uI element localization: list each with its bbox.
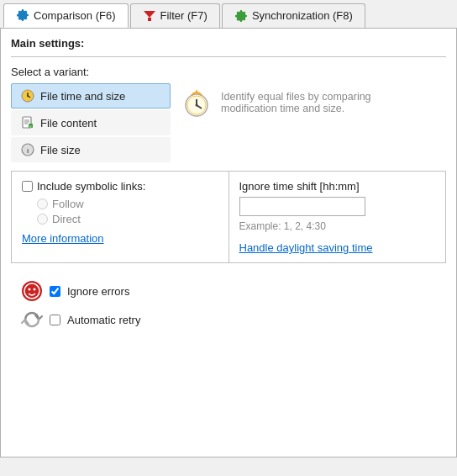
direct-label[interactable]: Direct [52,213,81,225]
variant-description: Identify equal files by comparing modifi… [181,83,382,122]
svg-point-5 [27,95,29,97]
time-shift-input[interactable] [239,197,365,216]
tab-filter[interactable]: Filter (F7) [130,3,220,28]
tabs-bar: Comparison (F6) Filter (F7) Synchronizat… [0,0,457,29]
gear-green-icon [234,9,248,23]
variant-file-content[interactable]: ≡ File content [11,110,171,135]
automatic-retry-checkbox[interactable] [50,315,60,325]
tab-synchronization[interactable]: Synchronization (F8) [222,3,365,28]
svg-point-23 [34,288,36,291]
svg-marker-0 [144,11,155,18]
tab-synchronization-label: Synchronization (F8) [252,9,353,22]
main-settings-title: Main settings: [11,37,446,50]
options-panel: Include symbolic links: Follow Direct Mo… [11,171,446,263]
description-clock-icon [181,87,213,119]
ignore-errors-icon [21,280,43,302]
automatic-retry-label[interactable]: Automatic retry [67,314,140,326]
direct-radio-row: Direct [37,213,218,225]
svg-text:i: i [27,147,29,155]
variant-list: File time and size ≡ File content [11,83,171,162]
svg-point-18 [196,104,198,107]
ignore-errors-label[interactable]: Ignore errors [67,285,129,298]
direct-radio[interactable] [37,214,48,225]
description-text: Identify equal files by comparing modifi… [221,91,382,114]
main-content: Main settings: Select a variant: File ti… [0,29,457,457]
automatic-retry-icon [21,309,43,331]
handle-daylight-link[interactable]: Handle daylight saving time [239,241,373,254]
filter-red-icon [143,9,156,23]
symbolic-links-checkbox[interactable] [22,181,33,192]
radio-group: Follow Direct [37,198,218,225]
select-variant-label: Select a variant: [11,66,446,78]
more-information-link[interactable]: More information [22,232,104,245]
svg-point-22 [29,288,31,291]
follow-label[interactable]: Follow [52,198,84,210]
variant-file-time-size[interactable]: File time and size [11,83,171,108]
follow-radio[interactable] [37,198,48,209]
tab-filter-label: Filter (F7) [160,9,207,22]
svg-text:≡: ≡ [29,124,32,129]
ignore-errors-row: Ignore errors [21,280,436,302]
divider-1 [11,56,446,57]
svg-rect-1 [148,18,151,21]
symbolic-links-label[interactable]: Include symbolic links: [37,180,145,193]
variant-panel: File time and size ≡ File content [11,83,446,162]
variant-file-time-size-label: File time and size [40,90,125,103]
clock-icon [20,88,35,103]
variant-file-size-label: File size [40,144,81,156]
bottom-section: Ignore errors Automatic retry [11,273,446,337]
tab-comparison-label: Comparison (F6) [34,9,116,22]
variant-file-content-label: File content [40,117,97,130]
file-size-icon: i [20,142,35,157]
options-right: Ignore time shift [hh:mm] Example: 1, 2,… [229,172,446,262]
ignore-time-shift-label: Ignore time shift [hh:mm] [239,180,436,193]
example-text: Example: 1, 2, 4:30 [239,220,436,232]
variant-file-size[interactable]: i File size [11,137,171,162]
automatic-retry-row: Automatic retry [21,309,436,331]
svg-point-21 [24,283,39,299]
follow-radio-row: Follow [37,198,218,210]
symbolic-links-row: Include symbolic links: [22,180,218,193]
gear-blue-icon [16,8,29,22]
ignore-errors-checkbox[interactable] [50,286,60,297]
svg-marker-19 [195,89,198,93]
options-left: Include symbolic links: Follow Direct Mo… [12,172,229,262]
tab-comparison[interactable]: Comparison (F6) [3,3,129,28]
file-content-icon: ≡ [20,115,35,130]
